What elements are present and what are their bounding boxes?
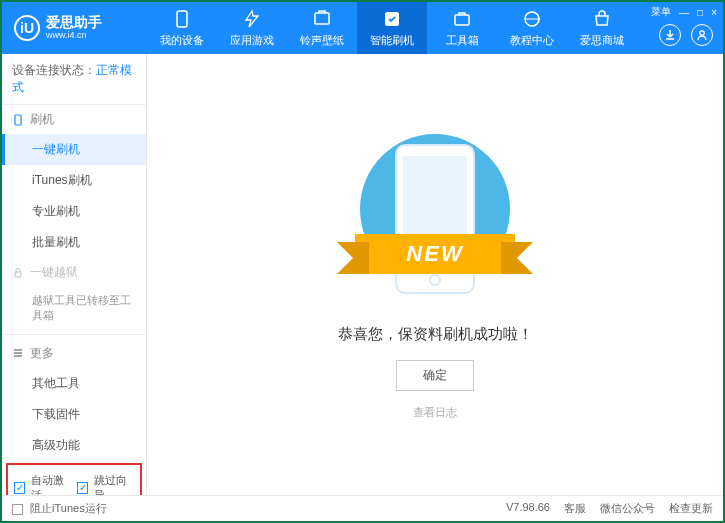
auto-activate-label: 自动激活 (31, 473, 71, 495)
nav-label: 工具箱 (446, 33, 479, 48)
block-itunes-label: 阻止iTunes运行 (30, 502, 107, 514)
footer: 阻止iTunes运行 V7.98.66 客服 微信公众号 检查更新 (2, 495, 723, 521)
nav-icon (382, 9, 402, 29)
nav-icon (312, 9, 332, 29)
nav-icon (172, 9, 192, 29)
nav-label: 教程中心 (510, 33, 554, 48)
brand: iU 爱思助手 www.i4.cn (2, 15, 147, 41)
nav-icon (242, 9, 262, 29)
skip-guide-label: 跳过向导 (94, 473, 134, 495)
nav-tab-4[interactable]: 工具箱 (427, 2, 497, 54)
svg-rect-6 (15, 115, 21, 125)
brand-url: www.i4.cn (46, 31, 102, 41)
section-label: 一键越狱 (30, 264, 78, 281)
status-label: 设备连接状态： (12, 63, 96, 77)
maximize-icon[interactable]: □ (697, 7, 703, 18)
view-log-link[interactable]: 查看日志 (413, 405, 457, 420)
options-highlight-box: ✓ 自动激活 ✓ 跳过向导 (6, 463, 142, 495)
brand-name: 爱思助手 (46, 15, 102, 30)
nav-label: 铃声壁纸 (300, 33, 344, 48)
brand-logo-icon: iU (14, 15, 40, 41)
sidebar-item[interactable]: 批量刷机 (2, 227, 146, 258)
checkbox-block-itunes[interactable] (12, 504, 23, 515)
sidebar-item[interactable]: 专业刷机 (2, 196, 146, 227)
main-content: NEW 恭喜您，保资料刷机成功啦！ 确定 查看日志 (147, 54, 723, 495)
checkbox-auto-activate[interactable]: ✓ (14, 482, 25, 494)
block-itunes-option[interactable]: 阻止iTunes运行 (12, 501, 107, 516)
sidebar-section-more[interactable]: 更多 (2, 339, 146, 368)
close-icon[interactable]: × (711, 7, 717, 18)
svg-rect-3 (455, 15, 469, 25)
nav-icon (522, 9, 542, 29)
svg-rect-1 (315, 13, 329, 24)
nav-label: 我的设备 (160, 33, 204, 48)
section-label: 更多 (30, 345, 54, 362)
nav-label: 爱思商城 (580, 33, 624, 48)
nav-tab-0[interactable]: 我的设备 (147, 2, 217, 54)
success-message: 恭喜您，保资料刷机成功啦！ (338, 325, 533, 344)
section-label: 刷机 (30, 111, 54, 128)
sidebar-item[interactable]: iTunes刷机 (2, 165, 146, 196)
connection-status: 设备连接状态：正常模式 (2, 54, 146, 105)
new-ribbon: NEW (355, 234, 515, 274)
phone-icon (12, 114, 24, 126)
lock-icon (12, 267, 24, 279)
user-icon[interactable] (691, 24, 713, 46)
top-nav: 我的设备应用游戏铃声壁纸智能刷机工具箱教程中心爱思商城 (147, 2, 637, 54)
svg-rect-0 (177, 11, 187, 27)
minimize-icon[interactable]: — (679, 7, 689, 18)
nav-tab-6[interactable]: 爱思商城 (567, 2, 637, 54)
svg-point-5 (700, 31, 704, 35)
nav-tab-1[interactable]: 应用游戏 (217, 2, 287, 54)
sidebar-item[interactable]: 高级功能 (2, 430, 146, 461)
sidebar: 设备连接状态：正常模式 刷机 一键刷机iTunes刷机专业刷机批量刷机 一键越狱… (2, 54, 147, 495)
sidebar-section-flash[interactable]: 刷机 (2, 105, 146, 134)
jailbreak-note: 越狱工具已转移至工具箱 (2, 287, 146, 330)
app-window: iU 爱思助手 www.i4.cn 我的设备应用游戏铃声壁纸智能刷机工具箱教程中… (0, 0, 725, 523)
svg-rect-7 (15, 272, 21, 277)
check-update-link[interactable]: 检查更新 (669, 501, 713, 516)
menu-icon[interactable]: 菜单 (651, 5, 671, 19)
sidebar-item[interactable]: 下载固件 (2, 399, 146, 430)
nav-label: 智能刷机 (370, 33, 414, 48)
sidebar-item[interactable]: 其他工具 (2, 368, 146, 399)
sidebar-section-jailbreak: 一键越狱 (2, 258, 146, 287)
nav-tab-5[interactable]: 教程中心 (497, 2, 567, 54)
download-icon[interactable] (659, 24, 681, 46)
nav-label: 应用游戏 (230, 33, 274, 48)
window-controls: 菜单 — □ × (651, 5, 717, 19)
titlebar: iU 爱思助手 www.i4.cn 我的设备应用游戏铃声壁纸智能刷机工具箱教程中… (2, 2, 723, 54)
support-link[interactable]: 客服 (564, 501, 586, 516)
menu-lines-icon (12, 347, 24, 359)
nav-icon (592, 9, 612, 29)
nav-icon (452, 9, 472, 29)
version-label: V7.98.66 (506, 501, 550, 516)
success-illustration: NEW (350, 129, 520, 309)
nav-tab-3[interactable]: 智能刷机 (357, 2, 427, 54)
wechat-link[interactable]: 微信公众号 (600, 501, 655, 516)
nav-tab-2[interactable]: 铃声壁纸 (287, 2, 357, 54)
ok-button[interactable]: 确定 (396, 360, 474, 391)
checkbox-skip-guide[interactable]: ✓ (77, 482, 88, 494)
sidebar-item[interactable]: 一键刷机 (2, 134, 146, 165)
